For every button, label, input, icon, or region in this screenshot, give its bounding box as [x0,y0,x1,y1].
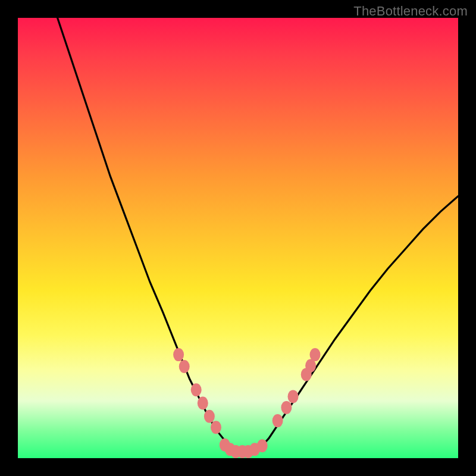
data-marker [173,348,184,361]
chart-svg [18,18,458,458]
watermark-text: TheBottleneck.com [353,4,468,19]
data-marker [204,410,215,423]
data-marker [288,390,299,403]
bottleneck-curve [58,18,458,452]
marker-group [173,348,320,458]
data-marker [281,401,292,414]
data-marker [211,421,221,434]
data-marker [191,383,202,396]
chart-frame: TheBottleneck.com [0,0,476,476]
data-marker [179,360,190,373]
data-marker [198,397,208,410]
plot-area [18,18,458,458]
data-marker [273,414,283,427]
data-marker [310,348,321,361]
data-marker [257,439,268,452]
